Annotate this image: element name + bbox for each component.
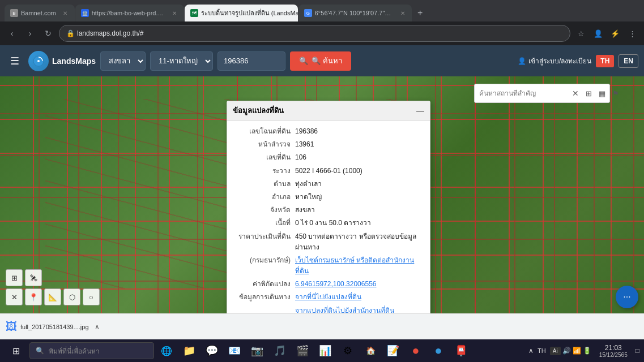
search-icon: 🔍 xyxy=(299,57,308,65)
info-panel-header: ข้อมูลแปลงที่ดิน — xyxy=(227,101,430,120)
download-chevron[interactable]: ∧ xyxy=(95,323,100,331)
address-input[interactable]: 🔒 landsmaps.dol.go.th/# xyxy=(59,25,570,42)
back-button[interactable]: ‹ xyxy=(5,26,19,41)
province-select[interactable]: สงขลา xyxy=(100,51,146,71)
info-row-3: ระวาง 5022 I 4666-01 (1000) xyxy=(233,165,424,178)
notification-icon[interactable]: □ xyxy=(636,347,639,355)
forward-button[interactable]: › xyxy=(23,26,37,41)
taskbar-search-label: พิมพ์ที่นี่เพื่อค้นหา xyxy=(49,346,100,356)
info-row-4: ตำบล ทุ่งตำเลา xyxy=(233,178,424,191)
label-neuti: เนื้อที่ xyxy=(233,218,295,229)
close-tool-button[interactable]: ✕ xyxy=(6,288,23,305)
extensions-icon[interactable]: ⚡ xyxy=(608,26,622,41)
bottom-left-tools: ⊞ 🛰 ✕ 📍 📐 ⬡ ○ xyxy=(6,269,100,305)
info-panel-title: ข้อมูลแปลงที่ดิน xyxy=(233,105,284,117)
taskbar-search[interactable]: 🔍 พิมพ์ที่นี่เพื่อค้นหา xyxy=(29,342,154,359)
info-panel-minimize[interactable]: — xyxy=(416,107,424,115)
label-lektidin: เลขที่ดิน xyxy=(233,152,295,163)
login-button[interactable]: 👤 เข้าสู่ระบบ/ลงทะเบียน xyxy=(518,55,591,66)
taskbar-app-explorer[interactable]: 📁 xyxy=(179,341,199,360)
taskbar-app-edge[interactable]: 🌐 xyxy=(156,341,177,360)
logo-icon xyxy=(28,51,49,71)
browser-tab-1[interactable]: B Bamnet.com ✕ xyxy=(5,5,75,21)
tab2-close[interactable]: ✕ xyxy=(170,9,178,17)
speaker-icon[interactable]: 🔊 xyxy=(562,347,571,355)
battery-icon[interactable]: 🔋 xyxy=(583,347,591,355)
new-tab-button[interactable]: + xyxy=(412,5,428,21)
system-tray: ∧ TH Ai 🔊 📶 🔋 xyxy=(526,347,594,355)
up-arrow-icon[interactable]: ∧ xyxy=(528,347,534,355)
network-icon[interactable]: 📶 xyxy=(573,347,581,355)
value-coord-link[interactable]: 6.94615972,100.32006556 xyxy=(295,279,424,290)
clock-area[interactable]: 21:03 15/12/2565 xyxy=(596,344,631,358)
measure-tool-button[interactable]: 📐 xyxy=(44,288,61,305)
label-krom: (กรมธนารักษ์) xyxy=(233,255,295,277)
landmark-search-input[interactable] xyxy=(475,89,569,97)
grid-icon[interactable]: ▦ xyxy=(595,89,609,98)
taskbar-app-photos[interactable]: 📷 xyxy=(247,341,267,360)
circle-tool-button[interactable]: ○ xyxy=(83,288,100,305)
taskbar-app-music[interactable]: 🎵 xyxy=(270,341,290,360)
info-row-9: (กรมธนารักษ์) เว็บไซต์กรมธนารักษ์ หรือติ… xyxy=(233,254,424,278)
address-bar-area: ‹ › ↻ 🔒 landsmaps.dol.go.th/# ☆ 👤 ⚡ ⋮ xyxy=(0,21,644,45)
label-tambon: ตำบล xyxy=(233,179,295,189)
layer-tool-button[interactable]: ⊞ xyxy=(6,269,23,286)
clock-time: 21:03 xyxy=(599,344,628,352)
lang-en-button[interactable]: EN xyxy=(619,54,638,68)
chat-bubble-button[interactable]: ··· xyxy=(616,286,638,308)
satellite-tool-button[interactable]: 🛰 xyxy=(25,269,42,286)
tab1-favicon: B xyxy=(10,9,18,17)
polygon-tool-button[interactable]: ⬡ xyxy=(63,288,80,305)
taskbar-app-red[interactable]: ● xyxy=(406,341,426,360)
ai-button[interactable]: Ai xyxy=(550,347,561,355)
location-tool-button[interactable]: 📍 xyxy=(25,288,42,305)
clock-date: 15/12/2565 xyxy=(599,352,628,358)
tab3-label: ระบบดิ้นทาจรูปแปลงที่ดิน (LandsMaps) xyxy=(201,8,298,18)
logo-text: LandsMaps xyxy=(52,57,96,66)
taskbar-app-home[interactable]: 🏠 xyxy=(360,341,381,360)
browser-tab-4[interactable]: G 6°56'47.7"N 100°19'07.7"E - Goo... ✕ xyxy=(298,5,412,21)
taskbar-app-office[interactable]: 📊 xyxy=(315,341,335,360)
label-changwat: จังหวัด xyxy=(233,205,295,216)
taskbar-app-video[interactable]: 🎬 xyxy=(292,341,313,360)
language-indicator[interactable]: TH xyxy=(535,347,548,354)
taskbar-app-blue[interactable]: ● xyxy=(428,341,449,360)
value-travel-link1[interactable]: จากที่นี่ไปยังแปลงที่ดิน xyxy=(295,292,424,303)
browser-tab-3[interactable]: 🗺 ระบบดิ้นทาจรูปแปลงที่ดิน (LandsMaps) ✕ xyxy=(185,5,298,21)
search-number-input[interactable] xyxy=(217,51,285,71)
browser-tab-2[interactable]: 🏦 https://bam-bo-web-prd.bam.cc... ✕ xyxy=(75,5,184,21)
tab1-label: Bamnet.com xyxy=(21,10,56,16)
taskbar-app-teams[interactable]: 💬 xyxy=(202,341,222,360)
nav-right: 👤 เข้าสู่ระบบ/ลงทะเบียน TH EN xyxy=(518,54,638,68)
district-select[interactable]: 11-หาดใหญ่ xyxy=(150,51,213,71)
taskbar-app-mail2[interactable]: 📮 xyxy=(451,341,471,360)
tab4-close[interactable]: ✕ xyxy=(399,9,406,17)
value-tambon: ทุ่งตำเลา xyxy=(295,179,424,189)
taskbar-app-settings[interactable]: ⚙ xyxy=(338,341,358,360)
app-navbar: ☰ LandsMaps สงขลา 11-หาดใหญ่ 🔍 xyxy=(0,45,644,76)
search-panel-close-button[interactable]: ✕ xyxy=(569,89,582,98)
settings-icon[interactable]: ⋮ xyxy=(625,26,639,41)
download-filename: full_201705181439....jpg xyxy=(20,324,89,330)
bookmark-icon[interactable]: ☆ xyxy=(574,26,588,41)
tab1-close[interactable]: ✕ xyxy=(61,9,69,17)
layers-icon[interactable]: ⊞ xyxy=(582,89,595,98)
label-chanod: เลขโฉนดที่ดิน xyxy=(233,126,295,137)
start-button[interactable]: ⊞ xyxy=(5,341,27,360)
value-raka: 450 บาทต่อตารางวา หรือตรวจสอบข้อมูลผ่านท… xyxy=(295,231,424,253)
info-row-11: ข้อมูลการเดินทาง จากที่นี่ไปยังแปลงที่ดิ… xyxy=(233,291,424,304)
taskbar-app-mail[interactable]: 📧 xyxy=(224,341,245,360)
profile-icon[interactable]: 👤 xyxy=(591,26,605,41)
value-changwat: สงขลา xyxy=(295,205,424,216)
value-krom-link[interactable]: เว็บไซต์กรมธนารักษ์ หรือติดต่อสำนักงานที… xyxy=(295,255,424,277)
reload-button[interactable]: ↻ xyxy=(41,26,56,41)
svg-point-1 xyxy=(37,60,40,62)
search-button[interactable]: 🔍 🔍 ค้นหา xyxy=(290,51,351,71)
label-coord: ค่าพิกัดแปลง xyxy=(233,279,295,290)
filter-icon[interactable]: ⚑ xyxy=(609,89,622,98)
hamburger-button[interactable]: ☰ xyxy=(6,53,24,70)
taskbar-app-store[interactable]: 📝 xyxy=(383,341,403,360)
lang-th-button[interactable]: TH xyxy=(596,55,614,67)
taskbar-search-icon: 🔍 xyxy=(36,347,44,355)
person-icon: 👤 xyxy=(518,57,526,65)
